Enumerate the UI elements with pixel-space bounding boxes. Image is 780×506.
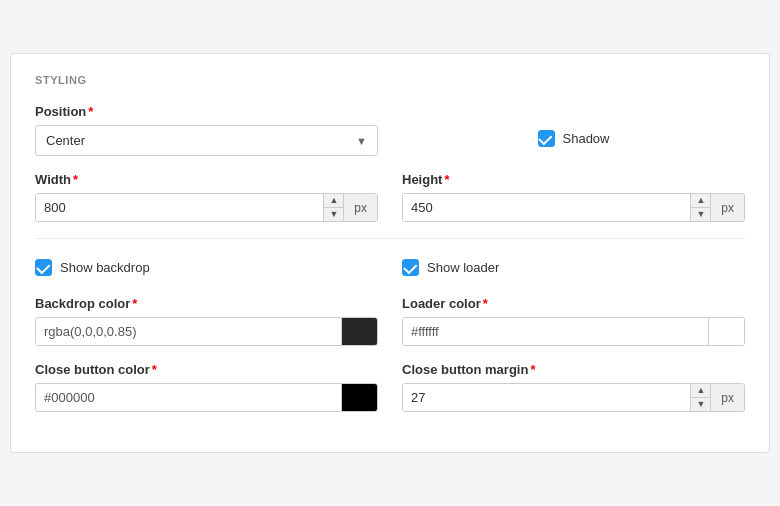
backdrop-color-input-row: [35, 317, 378, 346]
backdrop-color-label: Backdrop color*: [35, 296, 378, 311]
show-backdrop-group: Show backdrop: [35, 255, 378, 280]
show-loader-label[interactable]: Show loader: [427, 260, 499, 275]
close-button-color-label: Close button color*: [35, 362, 378, 377]
position-group: Position* Center Top Left Top Right Bott…: [35, 104, 378, 156]
width-height-row: Width* ▲ ▼ px Height* ▲ ▼ px: [35, 172, 745, 222]
show-backdrop-label[interactable]: Show backdrop: [60, 260, 150, 275]
width-suffix: px: [343, 194, 377, 221]
close-button-color-group: Close button color*: [35, 362, 378, 412]
shadow-group: Shadow: [402, 104, 745, 151]
loader-color-input[interactable]: [403, 318, 708, 345]
close-margin-up-btn[interactable]: ▲: [691, 384, 710, 398]
close-button-margin-input[interactable]: [403, 384, 690, 411]
loader-color-input-row: [402, 317, 745, 346]
loader-color-group: Loader color*: [402, 296, 745, 346]
height-spinner: ▲ ▼: [690, 194, 710, 221]
height-label: Height*: [402, 172, 745, 187]
close-button-color-swatch[interactable]: [341, 384, 377, 411]
width-spinner: ▲ ▼: [323, 194, 343, 221]
width-group: Width* ▲ ▼ px: [35, 172, 378, 222]
close-margin-suffix: px: [710, 384, 744, 411]
backdrop-color-input[interactable]: [36, 318, 341, 345]
width-up-btn[interactable]: ▲: [324, 194, 343, 208]
section-title: STYLING: [35, 74, 745, 86]
show-loader-group: Show loader: [402, 255, 745, 280]
width-label: Width*: [35, 172, 378, 187]
height-down-btn[interactable]: ▼: [691, 208, 710, 221]
height-group: Height* ▲ ▼ px: [402, 172, 745, 222]
show-loader-row: Show loader: [402, 255, 745, 280]
close-button-margin-label: Close button margin*: [402, 362, 745, 377]
show-backdrop-row: Show backdrop: [35, 255, 378, 280]
close-button-color-input[interactable]: [36, 384, 341, 411]
close-button-row: Close button color* Close button margin*…: [35, 362, 745, 412]
close-button-color-input-row: [35, 383, 378, 412]
close-button-margin-group: Close button margin* ▲ ▼ px: [402, 362, 745, 412]
backdrop-loader-toggle-row: Show backdrop Show loader: [35, 255, 745, 280]
loader-color-label: Loader color*: [402, 296, 745, 311]
position-select-wrapper[interactable]: Center Top Left Top Right Bottom Left Bo…: [35, 125, 378, 156]
backdrop-color-group: Backdrop color*: [35, 296, 378, 346]
shadow-label[interactable]: Shadow: [563, 131, 610, 146]
position-label: Position*: [35, 104, 378, 119]
width-input-wrapper: ▲ ▼ px: [35, 193, 378, 222]
close-button-margin-input-wrapper: ▲ ▼ px: [402, 383, 745, 412]
backdrop-color-swatch[interactable]: [341, 318, 377, 345]
loader-color-swatch[interactable]: [708, 318, 744, 345]
show-loader-checkbox[interactable]: [402, 259, 419, 276]
divider: [35, 238, 745, 239]
shadow-checkbox-row: Shadow: [538, 126, 610, 151]
colors-row-1: Backdrop color* Loader color*: [35, 296, 745, 346]
styling-panel: STYLING Position* Center Top Left Top Ri…: [10, 53, 770, 453]
position-select[interactable]: Center Top Left Top Right Bottom Left Bo…: [36, 126, 377, 155]
height-input[interactable]: [403, 194, 690, 221]
height-suffix: px: [710, 194, 744, 221]
width-input[interactable]: [36, 194, 323, 221]
height-input-wrapper: ▲ ▼ px: [402, 193, 745, 222]
close-margin-down-btn[interactable]: ▼: [691, 398, 710, 411]
shadow-checkbox[interactable]: [538, 130, 555, 147]
position-shadow-row: Position* Center Top Left Top Right Bott…: [35, 104, 745, 156]
height-up-btn[interactable]: ▲: [691, 194, 710, 208]
close-margin-spinner: ▲ ▼: [690, 384, 710, 411]
width-down-btn[interactable]: ▼: [324, 208, 343, 221]
show-backdrop-checkbox[interactable]: [35, 259, 52, 276]
